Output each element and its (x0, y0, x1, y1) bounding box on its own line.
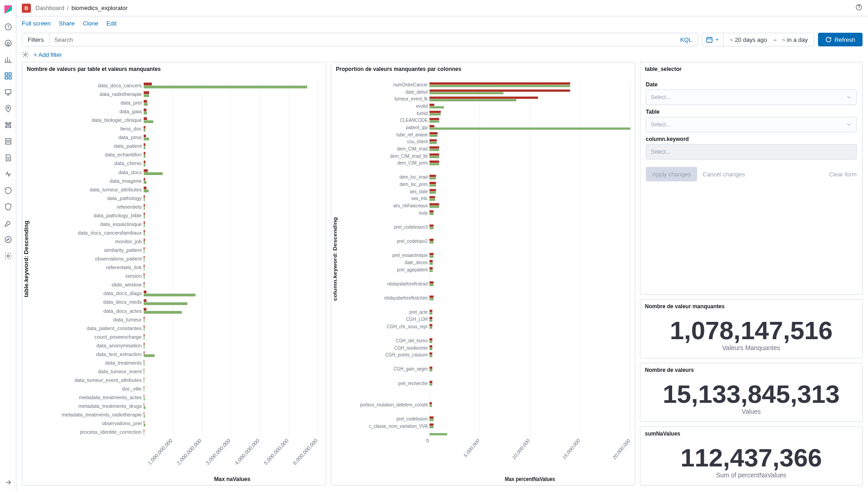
recent-icon[interactable] (4, 23, 12, 31)
search-box: Filters KQL (22, 33, 698, 46)
svg-text:data_essaiclinique: data_essaiclinique (100, 221, 142, 227)
clone-link[interactable]: Clone (83, 20, 98, 27)
svg-rect-70 (144, 186, 146, 189)
refresh-button[interactable]: Refresh (818, 33, 863, 46)
edit-link[interactable]: Edit (106, 20, 116, 27)
svg-rect-46 (144, 117, 147, 120)
svg-text:Max naValues: Max naValues (214, 476, 250, 482)
maps-icon[interactable] (4, 105, 12, 113)
svg-rect-251 (429, 326, 432, 329)
svg-rect-233 (429, 262, 433, 265)
svg-rect-94 (144, 256, 145, 259)
svg-rect-5 (9, 73, 11, 75)
siem-icon[interactable] (4, 203, 12, 211)
dashboard-grid: Nombre de valeurs par table et valeurs m… (16, 62, 868, 491)
svg-text:ses_mlc: ses_mlc (411, 195, 428, 201)
breadcrumb-root[interactable]: Dashboard (35, 5, 65, 11)
dashboard-icon[interactable] (4, 72, 12, 80)
management-icon[interactable] (4, 252, 12, 260)
chart-left[interactable]: 1,000,000,0002,000,000,0003,000,000,0004… (22, 76, 326, 485)
collapse-icon[interactable] (4, 478, 12, 486)
svg-text:liens_doc: liens_doc (120, 126, 142, 131)
svg-rect-214 (429, 196, 435, 198)
canvas-icon[interactable] (4, 88, 12, 96)
help-icon[interactable] (855, 4, 863, 11)
table-select[interactable]: Select... (646, 117, 857, 132)
svg-rect-145 (144, 403, 144, 406)
date-quick-button[interactable] (702, 33, 723, 46)
svg-text:ses_nbFaisceaux: ses_nbFaisceaux (393, 202, 428, 208)
svg-rect-154 (144, 429, 144, 432)
svg-text:similarity_patient: similarity_patient (104, 247, 142, 253)
panel-tables-chart: Nombre de valeurs par table et valeurs m… (22, 62, 326, 486)
svg-rect-173 (429, 92, 504, 94)
svg-rect-212 (429, 191, 436, 194)
uptime-icon[interactable] (4, 186, 12, 195)
kql-toggle[interactable]: KQL (675, 36, 698, 43)
svg-rect-136 (144, 377, 144, 380)
svg-rect-113 (144, 311, 182, 314)
svg-rect-89 (144, 242, 145, 245)
svg-text:process_identite_correction: process_identite_correction (80, 429, 142, 435)
svg-rect-206 (429, 177, 436, 180)
date-select[interactable]: Select... (646, 90, 857, 105)
svg-rect-67 (144, 178, 145, 180)
svg-text:observations_prel: observations_prel (102, 421, 142, 426)
svg-rect-193 (429, 139, 437, 141)
apm-icon[interactable] (4, 170, 12, 178)
monitoring-icon[interactable] (4, 235, 12, 244)
svg-rect-110 (144, 302, 187, 305)
date-range[interactable]: ~ 20 days ago → ~ in a day (723, 36, 814, 43)
space-badge[interactable]: B (22, 4, 31, 13)
svg-text:prel_essaiclinique: prel_essaiclinique (392, 252, 428, 258)
fullscreen-link[interactable]: Full screen (22, 20, 51, 27)
filter-settings-icon[interactable] (22, 51, 29, 58)
svg-rect-62 (144, 164, 145, 166)
visualize-icon[interactable] (4, 55, 12, 64)
svg-rect-95 (144, 259, 145, 262)
clear-button[interactable]: Clear form (829, 171, 857, 178)
svg-text:10,000,000: 10,000,000 (511, 437, 530, 461)
svg-rect-200 (429, 156, 439, 158)
svg-rect-82 (144, 221, 145, 224)
add-filter-button[interactable]: + Add filter (34, 51, 62, 58)
share-link[interactable]: Share (59, 20, 75, 27)
svg-rect-86 (144, 233, 145, 235)
svg-text:data_echantillon: data_echantillon (105, 152, 142, 157)
discover-icon[interactable] (4, 39, 12, 47)
svg-rect-119 (144, 328, 145, 331)
svg-rect-245 (429, 312, 432, 315)
svg-text:data_tumeur_attributes: data_tumeur_attributes (90, 186, 142, 192)
logs-icon[interactable] (4, 154, 12, 162)
svg-rect-217 (429, 203, 439, 205)
svg-rect-107 (144, 294, 195, 296)
svg-text:data_patient_constantes: data_patient_constantes (87, 325, 142, 331)
filters-button[interactable]: Filters (22, 33, 50, 46)
svg-rect-209 (429, 185, 436, 187)
svg-rect-139 (144, 386, 144, 389)
svg-rect-79 (144, 213, 145, 215)
svg-text:prel_codelesion3: prel_codelesion3 (394, 224, 428, 230)
column-select[interactable]: Select... (646, 144, 857, 160)
infra-icon[interactable] (4, 137, 12, 145)
chart-mid[interactable]: 05,000,00010,000,00015,000,00020,000,000… (331, 76, 635, 485)
date-to: ~ in a day (782, 36, 808, 43)
cancel-button[interactable]: Cancel changes (703, 171, 745, 178)
svg-rect-215 (429, 199, 435, 201)
top-header: B Dashboard / biomedics_explorator (16, 0, 868, 16)
svg-text:20,000,000: 20,000,000 (612, 437, 631, 461)
svg-rect-98 (144, 268, 145, 271)
svg-rect-188 (429, 127, 630, 130)
kibana-logo[interactable] (3, 5, 13, 15)
svg-rect-73 (144, 195, 145, 198)
search-input[interactable] (50, 33, 674, 46)
apply-button[interactable]: Apply changes (646, 167, 697, 181)
panel-title: Proportion de valeurs manquantes par col… (331, 62, 635, 76)
devtools-icon[interactable] (4, 219, 12, 227)
metric-sub: Valeurs Manquantes (642, 344, 860, 351)
date-label: Date (646, 81, 857, 88)
svg-rect-211 (429, 189, 436, 191)
svg-rect-61 (144, 160, 145, 163)
ml-icon[interactable] (4, 121, 12, 129)
svg-rect-256 (429, 346, 432, 348)
